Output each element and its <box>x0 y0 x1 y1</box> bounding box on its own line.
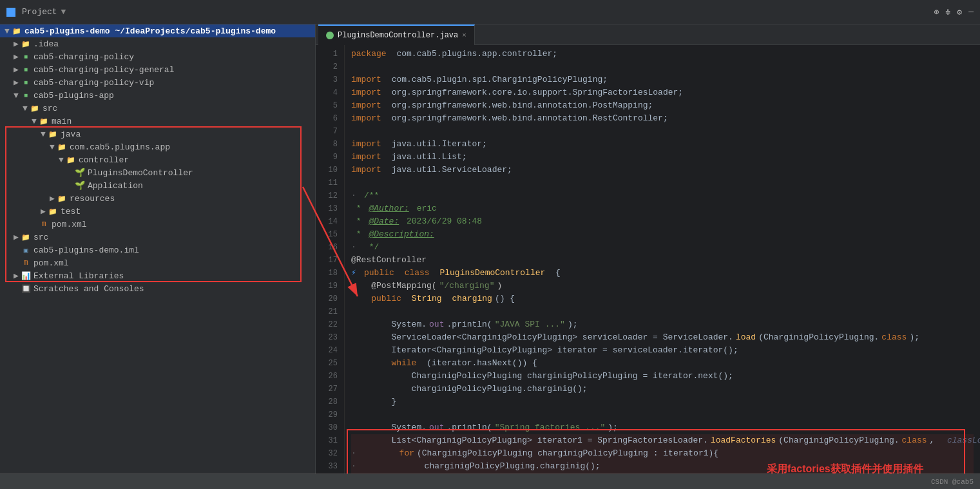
tree-item-application[interactable]: 🌱 Application <box>0 179 315 192</box>
title-bar-left: Project ▼ <box>6 7 66 17</box>
code-line-15: * @Description: <box>351 228 974 241</box>
code-line-24: Iterator<CharginigPolicyPluging> iterato… <box>351 344 974 357</box>
code-line-30: System.out.println("Spring factories ...… <box>351 421 974 434</box>
lib-icon: 📊 <box>21 271 31 281</box>
folder-com-icon: 📁 <box>57 142 67 152</box>
tree-item-ext-libs[interactable]: ▶ 📊 External Libraries <box>0 269 315 282</box>
folder-icon: 📁 <box>12 26 22 36</box>
code-editor: 12345 678910 1112131415 1617181920 21222… <box>316 45 980 474</box>
split-icon[interactable]: ≑ <box>946 7 951 17</box>
status-bar-right: CSDN @cab5 <box>931 478 974 486</box>
pom-app-label: pom.xml <box>52 220 87 229</box>
folder-test-icon: 📁 <box>48 206 58 216</box>
arrow-idea: ▶ <box>12 39 21 49</box>
arrow-cpg: ▶ <box>12 64 21 75</box>
test-label: test <box>61 207 81 216</box>
folder-main-icon: 📁 <box>39 116 49 126</box>
code-line-17: @RestController <box>351 254 974 267</box>
spring-pdc-icon: 🌱 <box>75 168 85 178</box>
folder-ctrl-icon: 📁 <box>66 155 76 165</box>
ext-label: External Libraries <box>34 271 124 281</box>
xml-pom-app-icon: m <box>39 219 49 229</box>
arrow-com: ▼ <box>48 142 57 152</box>
idea-label: .idea <box>34 39 59 49</box>
code-line-33: · charginigPolicyPluging.charginig(); <box>351 460 974 473</box>
tree-item-iml[interactable]: ▣ cab5-plugins-demo.iml <box>0 244 315 256</box>
tree-item-charging-policy-vip[interactable]: ▶ ■ cab5-charging-policy-vip <box>0 76 315 89</box>
code-line-10: import java.util.ServiceLoader; <box>351 164 974 177</box>
tree-item-java[interactable]: ▼ 📁 java <box>0 128 315 140</box>
minimize-icon[interactable]: — <box>968 7 974 17</box>
tree-item-idea[interactable]: ▶ 📁 .idea <box>0 37 315 50</box>
arrow-java: ▼ <box>39 129 48 139</box>
code-line-7 <box>351 125 974 138</box>
csdn-credit: CSDN @cab5 <box>931 478 974 486</box>
code-line-25: while (iterator.hasNext()) { <box>351 357 974 370</box>
tree-item-scratches[interactable]: 🔲 Scratches and Consoles <box>0 282 315 295</box>
arrow-cp: ▶ <box>12 52 21 62</box>
code-line-19: @PostMapping("/charging") <box>351 280 974 292</box>
sidebar: ▼ 📁 cab5-plugins-demo ~/IdeaProjects/cab… <box>0 24 316 474</box>
arrow-src2: ▶ <box>12 232 21 242</box>
cpv-label: cab5-charging-policy-vip <box>34 78 154 88</box>
tree-item-charging-policy-general[interactable]: ▶ ■ cab5-charging-policy-general <box>0 63 315 76</box>
tree-item-pom-root[interactable]: m pom.xml <box>0 256 315 269</box>
code-line-16: · */ <box>351 241 974 254</box>
folder-src2-icon: 📁 <box>21 232 31 242</box>
arrow-main: ▼ <box>30 117 39 126</box>
tree-item-root[interactable]: ▼ 📁 cab5-plugins-demo ~/IdeaProjects/cab… <box>0 24 315 37</box>
tree-item-pom-app[interactable]: m pom.xml <box>0 218 315 231</box>
ctrl-label: controller <box>79 155 129 165</box>
code-line-1: package com.cab5.plugins.app.controller; <box>351 48 974 61</box>
code-line-3: import com.cab5.plugin.spi.CharginigPoli… <box>351 73 974 86</box>
code-content[interactable]: package com.cab5.plugins.app.controller;… <box>345 45 980 474</box>
arrow-res: ▶ <box>48 193 57 204</box>
code-line-32: · for(CharginigPolicyPluging charginigPo… <box>351 447 974 460</box>
code-line-21 <box>351 305 974 318</box>
tree-item-plugins-app[interactable]: ▼ ■ cab5-plugins-app <box>0 89 315 102</box>
tab-close-btn[interactable]: × <box>462 32 466 39</box>
module-cpv-icon: ■ <box>21 77 31 88</box>
res-label: resources <box>70 194 115 204</box>
tree-item-controller[interactable]: ▼ 📁 controller <box>0 153 315 166</box>
add-icon[interactable]: ⊕ <box>934 7 939 17</box>
scratches-label: Scratches and Consoles <box>34 284 144 294</box>
root-label: cab5-plugins-demo ~/IdeaProjects/cab5-pl… <box>24 26 276 36</box>
tree-item-charging-policy[interactable]: ▶ ■ cab5-charging-policy <box>0 50 315 63</box>
tree-item-resources[interactable]: ▶ 📁 resources <box>0 192 315 205</box>
src-label: src <box>43 104 57 113</box>
tree-item-com[interactable]: ▼ 📁 com.cab5.plugins.app <box>0 140 315 153</box>
tree-item-src2[interactable]: ▶ 📁 src <box>0 231 315 244</box>
window-icon <box>6 8 15 17</box>
tree-item-plugins-demo-controller[interactable]: 🌱 PluginsDemoController <box>0 166 315 179</box>
scratch-icon: 🔲 <box>21 283 31 294</box>
arrow-src: ▼ <box>21 104 30 113</box>
iml-label: cab5-plugins-demo.iml <box>34 245 139 255</box>
arrow-ctrl: ▼ <box>57 155 66 165</box>
arrow-root: ▼ <box>3 26 12 36</box>
tree-item-src[interactable]: ▼ 📁 src <box>0 102 315 115</box>
code-line-12: · /** <box>351 189 974 202</box>
xml-pom-root-icon: m <box>21 258 31 268</box>
tree-item-main[interactable]: ▼ 📁 main <box>0 115 315 128</box>
editor-area: PluginsDemoController.java × 12345 67891… <box>316 24 980 474</box>
arrow-test: ▶ <box>39 206 48 216</box>
line-numbers: 12345 678910 1112131415 1617181920 21222… <box>316 45 345 474</box>
code-line-29 <box>351 408 974 421</box>
tab-spring-icon <box>326 32 334 39</box>
pdc-label: PluginsDemoController <box>88 168 193 178</box>
code-line-20: public String charging() { <box>351 292 974 305</box>
project-label: Project <box>22 7 57 17</box>
pom-root-label: pom.xml <box>34 258 69 268</box>
code-line-27: charginigPolicyPluging.charginig(); <box>351 383 974 396</box>
module-cp-icon: ■ <box>21 52 31 62</box>
code-line-23: ServiceLoader<CharginigPolicyPluging> se… <box>351 331 974 344</box>
settings-icon[interactable]: ⚙ <box>957 7 962 17</box>
code-line-6: import org.springframework.web.bind.anno… <box>351 112 974 125</box>
code-line-34: · } <box>351 473 974 474</box>
tree-item-test[interactable]: ▶ 📁 test <box>0 205 315 218</box>
module-pa-icon: ■ <box>21 90 31 101</box>
editor-tab-plugins-demo[interactable]: PluginsDemoController.java × <box>318 24 475 45</box>
arrow-cpv: ▶ <box>12 77 21 88</box>
arrow-ext: ▶ <box>12 271 21 281</box>
